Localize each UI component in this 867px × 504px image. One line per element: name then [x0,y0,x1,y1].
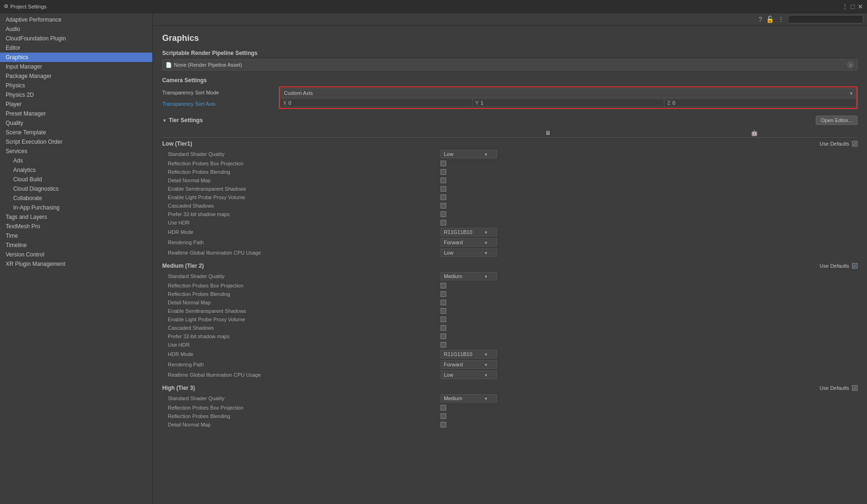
tier-section-header: ▼ Tier Settings Open Editor... [162,116,858,125]
search-input[interactable] [788,15,863,23]
sidebar-item-services[interactable]: Services [0,147,152,156]
tier-checkbox-0-4[interactable] [441,186,446,192]
sidebar-item-script-execution[interactable]: Script Execution Order [0,137,152,147]
tier-dropdown-0-11[interactable]: Low [441,248,497,257]
sidebar-item-ads[interactable]: Ads [0,156,152,165]
tier-row-label-2-1: Reflection Probes Box Projection [168,405,441,411]
tier-checkbox-1-4[interactable] [441,308,446,314]
tier-row-0-2: Reflection Probes Blending [162,168,858,176]
tier-dropdown-0-10[interactable]: Forward [441,238,497,247]
tier-group-2: High (Tier 3)Use Defaults✓Standard Shade… [162,385,858,429]
help-icon[interactable]: ? [758,16,762,23]
tier-row-label-0-3: Detail Normal Map [168,178,441,183]
open-editor-button[interactable]: Open Editor... [816,116,858,125]
tier-row-label-0-0: Standard Shader Quality [168,151,441,157]
tier-group-right-0: Use Defaults✓ [820,141,858,147]
sidebar-item-time[interactable]: Time [0,231,152,240]
sidebar: Adaptive PerformanceAudioCloudFoundation… [0,13,153,504]
use-defaults-checkbox-1[interactable]: ✓ [852,263,858,269]
tier-collapse-button[interactable]: ▼ Tier Settings [162,117,203,124]
tier-checkbox-0-6[interactable] [441,203,446,209]
sidebar-item-xr-plugin[interactable]: XR Plugin Management [0,259,152,269]
tier-checkbox-0-3[interactable] [441,178,446,183]
sidebar-item-adaptive-performance[interactable]: Adaptive Performance [0,15,152,24]
pipeline-circle-button[interactable]: ○ [847,61,854,69]
sidebar-item-physics[interactable]: Physics [0,81,152,90]
axis-z-label: Z [667,100,670,106]
sidebar-item-audio[interactable]: Audio [0,24,152,34]
tier-row-2-3: Detail Normal Map [162,420,858,429]
more-icon[interactable]: ⋮ [778,16,784,23]
tier-checkbox-0-1[interactable] [441,161,446,166]
tier-row-value-1-4 [441,308,858,314]
tier-dropdown-0-9[interactable]: R11G11B10 [441,228,497,236]
use-defaults-checkbox-0[interactable]: ✓ [852,141,858,147]
menu-icon[interactable]: ⋮ [842,3,848,10]
sidebar-item-textmesh-pro[interactable]: TextMesh Pro [0,222,152,231]
tier-row-label-1-4: Enable Semitransparent Shadows [168,308,441,314]
tier-row-label-0-10: Rendering Path [168,240,441,245]
tier-title-0: Low (Tier1) [162,140,192,147]
tier-checkbox-2-1[interactable] [441,405,446,411]
tier-row-value-0-2 [441,169,858,175]
tier-dropdown-1-10[interactable]: Forward [441,360,497,369]
tier-checkbox-2-3[interactable] [441,422,446,427]
tier-row-label-1-2: Reflection Probes Blending [168,291,441,297]
tier-row-value-2-2 [441,413,858,419]
close-icon[interactable]: ✕ [858,3,863,10]
maximize-icon[interactable]: □ [851,3,855,10]
tier-row-label-1-3: Detail Normal Map [168,300,441,305]
sidebar-item-cloud-build[interactable]: Cloud Build [0,175,152,184]
tier-dropdown-2-0[interactable]: Medium [441,394,497,403]
sidebar-item-cloud-diagnostics[interactable]: Cloud Diagnostics [0,184,152,194]
tier-dropdown-1-9[interactable]: R11G11B10 [441,350,497,358]
transparency-sort-axis-label[interactable]: Transparency Sort Axis [162,101,215,107]
tier-checkbox-0-7[interactable] [441,211,446,217]
sidebar-item-collaborate[interactable]: Collaborate [0,194,152,203]
use-defaults-label-1: Use Defaults [820,263,849,269]
title-bar: ⚙ Project Settings ⋮ □ ✕ [0,0,867,13]
sidebar-item-physics-2d[interactable]: Physics 2D [0,90,152,100]
tier-group-header-0: Low (Tier1)Use Defaults✓ [162,140,858,147]
sidebar-item-player[interactable]: Player [0,100,152,109]
tier-checkbox-1-5[interactable] [441,317,446,322]
sidebar-item-input-manager[interactable]: Input Manager [0,62,152,71]
tier-checkbox-1-6[interactable] [441,325,446,331]
tier-checkbox-1-7[interactable] [441,333,446,339]
tier-checkbox-0-2[interactable] [441,169,446,175]
use-defaults-checkbox-2[interactable]: ✓ [852,385,858,391]
tier-row-label-2-2: Reflection Probes Blending [168,413,441,419]
sidebar-item-tags-and-layers[interactable]: Tags and Layers [0,212,152,222]
sidebar-item-preset-manager[interactable]: Preset Manager [0,109,152,118]
transparency-sort-dropdown-arrow[interactable]: ▾ [850,91,852,96]
tier-checkbox-1-3[interactable] [441,300,446,305]
tier-row-1-2: Reflection Probes Blending [162,290,858,298]
tier-row-1-6: Cascaded Shadows [162,324,858,332]
sidebar-item-graphics[interactable]: Graphics [0,53,152,62]
tier-checkbox-2-2[interactable] [441,413,446,419]
sidebar-item-editor[interactable]: Editor [0,43,152,53]
tier-dropdown-0-0[interactable]: Low [441,150,497,158]
tier-checkbox-0-8[interactable] [441,220,446,225]
tier-dropdown-1-0[interactable]: Medium [441,272,497,280]
sidebar-item-timeline[interactable]: Timeline [0,240,152,250]
tier-row-value-1-1 [441,283,858,288]
tier-checkbox-1-8[interactable] [441,342,446,348]
sidebar-item-scene-template[interactable]: Scene Template [0,128,152,137]
tier-row-value-0-6 [441,203,858,209]
sidebar-item-analytics[interactable]: Analytics [0,165,152,175]
tier-checkbox-0-5[interactable] [441,194,446,200]
tier-row-value-1-5 [441,317,858,322]
tier-checkbox-1-1[interactable] [441,283,446,288]
unlock-icon[interactable]: 🔓 [766,16,774,23]
tier-row-label-1-1: Reflection Probes Box Projection [168,283,441,288]
sidebar-item-package-manager[interactable]: Package Manager [0,71,152,81]
sidebar-item-cloudfoundation[interactable]: CloudFoundation Plugin [0,34,152,43]
sidebar-item-quality[interactable]: Quality [0,118,152,128]
sidebar-item-in-app-purchasing[interactable]: In-App Purchasing [0,203,152,212]
tier-dropdown-1-11[interactable]: Low [441,371,497,379]
sidebar-item-version-control[interactable]: Version Control [0,250,152,259]
tier-row-value-2-3 [441,422,858,427]
tier-row-label-1-8: Use HDR [168,342,441,348]
tier-checkbox-1-2[interactable] [441,291,446,297]
